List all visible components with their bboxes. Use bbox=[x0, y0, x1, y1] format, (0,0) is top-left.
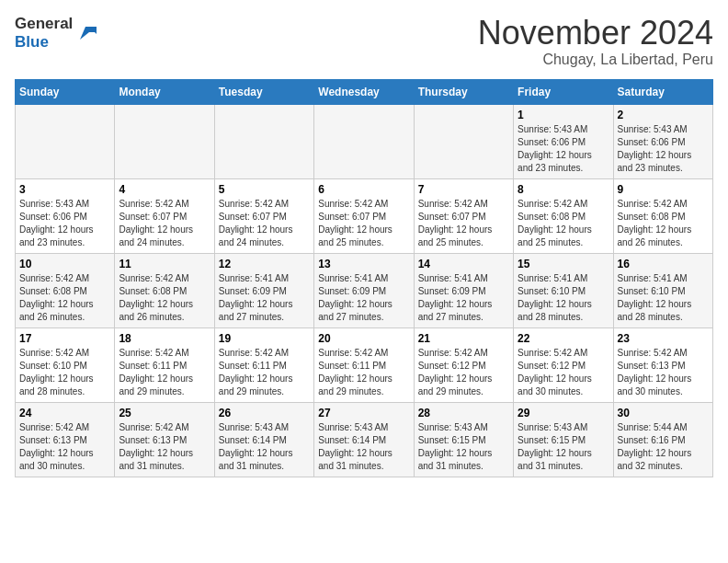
calendar-title: November 2024 bbox=[478, 15, 713, 52]
day-number: 1 bbox=[518, 109, 609, 121]
day-info: Sunrise: 5:42 AM Sunset: 6:08 PM Dayligh… bbox=[119, 272, 210, 324]
calendar-cell bbox=[115, 104, 214, 178]
calendar-cell: 25Sunrise: 5:42 AM Sunset: 6:13 PM Dayli… bbox=[115, 402, 214, 477]
day-info: Sunrise: 5:42 AM Sunset: 6:10 PM Dayligh… bbox=[19, 347, 110, 398]
day-info: Sunrise: 5:43 AM Sunset: 6:15 PM Dayligh… bbox=[518, 421, 609, 473]
day-number: 10 bbox=[19, 258, 110, 270]
calendar-cell: 24Sunrise: 5:42 AM Sunset: 6:13 PM Dayli… bbox=[16, 402, 115, 477]
weekday-header-row: SundayMondayTuesdayWednesdayThursdayFrid… bbox=[16, 79, 713, 104]
day-number: 8 bbox=[518, 183, 609, 196]
calendar-week-row: 24Sunrise: 5:42 AM Sunset: 6:13 PM Dayli… bbox=[16, 402, 713, 477]
calendar-cell: 27Sunrise: 5:43 AM Sunset: 6:14 PM Dayli… bbox=[314, 402, 414, 477]
day-number: 18 bbox=[119, 332, 210, 345]
calendar-cell: 28Sunrise: 5:43 AM Sunset: 6:15 PM Dayli… bbox=[414, 402, 513, 477]
calendar-cell: 3Sunrise: 5:43 AM Sunset: 6:06 PM Daylig… bbox=[16, 178, 115, 253]
calendar-cell: 23Sunrise: 5:42 AM Sunset: 6:13 PM Dayli… bbox=[613, 327, 712, 402]
calendar-cell: 18Sunrise: 5:42 AM Sunset: 6:11 PM Dayli… bbox=[115, 327, 214, 402]
day-info: Sunrise: 5:42 AM Sunset: 6:07 PM Dayligh… bbox=[219, 198, 310, 249]
day-number: 25 bbox=[119, 407, 210, 419]
logo: General Blue bbox=[15, 15, 97, 51]
calendar-cell: 8Sunrise: 5:42 AM Sunset: 6:08 PM Daylig… bbox=[514, 178, 613, 253]
day-info: Sunrise: 5:42 AM Sunset: 6:13 PM Dayligh… bbox=[618, 347, 709, 398]
day-number: 27 bbox=[318, 407, 409, 419]
calendar-cell: 1Sunrise: 5:43 AM Sunset: 6:06 PM Daylig… bbox=[514, 104, 613, 178]
day-info: Sunrise: 5:43 AM Sunset: 6:06 PM Dayligh… bbox=[518, 123, 609, 175]
day-info: Sunrise: 5:41 AM Sunset: 6:09 PM Dayligh… bbox=[318, 272, 409, 324]
day-info: Sunrise: 5:42 AM Sunset: 6:07 PM Dayligh… bbox=[318, 198, 409, 249]
calendar-cell bbox=[16, 104, 115, 178]
weekday-header: Sunday bbox=[16, 79, 115, 104]
day-number: 7 bbox=[418, 183, 509, 196]
day-number: 26 bbox=[219, 407, 310, 419]
day-info: Sunrise: 5:42 AM Sunset: 6:08 PM Dayligh… bbox=[518, 198, 609, 249]
logo-text: General Blue bbox=[15, 15, 73, 51]
day-number: 3 bbox=[19, 183, 110, 196]
calendar-cell: 16Sunrise: 5:41 AM Sunset: 6:10 PM Dayli… bbox=[613, 253, 712, 327]
day-number: 11 bbox=[119, 258, 210, 270]
day-number: 17 bbox=[19, 332, 110, 345]
calendar-cell: 30Sunrise: 5:44 AM Sunset: 6:16 PM Dayli… bbox=[613, 402, 712, 477]
day-number: 21 bbox=[418, 332, 509, 345]
calendar-cell: 11Sunrise: 5:42 AM Sunset: 6:08 PM Dayli… bbox=[115, 253, 214, 327]
day-number: 22 bbox=[518, 332, 609, 345]
day-info: Sunrise: 5:42 AM Sunset: 6:07 PM Dayligh… bbox=[418, 198, 509, 249]
calendar-cell bbox=[414, 104, 513, 178]
day-number: 19 bbox=[219, 332, 310, 345]
day-info: Sunrise: 5:42 AM Sunset: 6:11 PM Dayligh… bbox=[219, 347, 310, 398]
day-number: 9 bbox=[618, 183, 709, 196]
calendar-week-row: 1Sunrise: 5:43 AM Sunset: 6:06 PM Daylig… bbox=[16, 104, 713, 178]
day-info: Sunrise: 5:42 AM Sunset: 6:12 PM Dayligh… bbox=[518, 347, 609, 398]
calendar-cell: 17Sunrise: 5:42 AM Sunset: 6:10 PM Dayli… bbox=[16, 327, 115, 402]
calendar-cell: 21Sunrise: 5:42 AM Sunset: 6:12 PM Dayli… bbox=[414, 327, 513, 402]
calendar-cell: 7Sunrise: 5:42 AM Sunset: 6:07 PM Daylig… bbox=[414, 178, 513, 253]
calendar-cell: 13Sunrise: 5:41 AM Sunset: 6:09 PM Dayli… bbox=[314, 253, 414, 327]
calendar-cell bbox=[214, 104, 313, 178]
weekday-header: Wednesday bbox=[314, 79, 414, 104]
weekday-header: Saturday bbox=[613, 79, 712, 104]
day-number: 2 bbox=[618, 109, 709, 121]
calendar-cell: 14Sunrise: 5:41 AM Sunset: 6:09 PM Dayli… bbox=[414, 253, 513, 327]
day-info: Sunrise: 5:42 AM Sunset: 6:13 PM Dayligh… bbox=[19, 421, 110, 473]
day-info: Sunrise: 5:42 AM Sunset: 6:13 PM Dayligh… bbox=[119, 421, 210, 473]
day-number: 13 bbox=[318, 258, 409, 270]
calendar-cell bbox=[314, 104, 414, 178]
calendar-cell: 29Sunrise: 5:43 AM Sunset: 6:15 PM Dayli… bbox=[514, 402, 613, 477]
calendar-week-row: 10Sunrise: 5:42 AM Sunset: 6:08 PM Dayli… bbox=[16, 253, 713, 327]
day-info: Sunrise: 5:43 AM Sunset: 6:06 PM Dayligh… bbox=[618, 123, 709, 175]
day-number: 15 bbox=[518, 258, 609, 270]
day-number: 12 bbox=[219, 258, 310, 270]
day-number: 23 bbox=[618, 332, 709, 345]
day-info: Sunrise: 5:42 AM Sunset: 6:07 PM Dayligh… bbox=[119, 198, 210, 249]
day-number: 30 bbox=[618, 407, 709, 419]
calendar-subtitle: Chugay, La Libertad, Peru bbox=[478, 52, 713, 68]
day-info: Sunrise: 5:43 AM Sunset: 6:15 PM Dayligh… bbox=[418, 421, 509, 473]
calendar-cell: 19Sunrise: 5:42 AM Sunset: 6:11 PM Dayli… bbox=[214, 327, 313, 402]
day-info: Sunrise: 5:42 AM Sunset: 6:12 PM Dayligh… bbox=[418, 347, 509, 398]
day-info: Sunrise: 5:44 AM Sunset: 6:16 PM Dayligh… bbox=[618, 421, 709, 473]
day-info: Sunrise: 5:42 AM Sunset: 6:11 PM Dayligh… bbox=[318, 347, 409, 398]
weekday-header: Monday bbox=[115, 79, 214, 104]
calendar-cell: 15Sunrise: 5:41 AM Sunset: 6:10 PM Dayli… bbox=[514, 253, 613, 327]
page-header: General Blue November 2024 Chugay, La Li… bbox=[15, 15, 713, 68]
day-number: 14 bbox=[418, 258, 509, 270]
day-number: 16 bbox=[618, 258, 709, 270]
calendar-cell: 4Sunrise: 5:42 AM Sunset: 6:07 PM Daylig… bbox=[115, 178, 214, 253]
calendar-cell: 5Sunrise: 5:42 AM Sunset: 6:07 PM Daylig… bbox=[214, 178, 313, 253]
weekday-header: Thursday bbox=[414, 79, 513, 104]
weekday-header: Tuesday bbox=[214, 79, 313, 104]
calendar-table: SundayMondayTuesdayWednesdayThursdayFrid… bbox=[15, 79, 713, 477]
calendar-cell: 2Sunrise: 5:43 AM Sunset: 6:06 PM Daylig… bbox=[613, 104, 712, 178]
day-number: 5 bbox=[219, 183, 310, 196]
day-number: 24 bbox=[19, 407, 110, 419]
day-info: Sunrise: 5:41 AM Sunset: 6:09 PM Dayligh… bbox=[219, 272, 310, 324]
calendar-cell: 10Sunrise: 5:42 AM Sunset: 6:08 PM Dayli… bbox=[16, 253, 115, 327]
day-info: Sunrise: 5:42 AM Sunset: 6:08 PM Dayligh… bbox=[618, 198, 709, 249]
calendar-week-row: 17Sunrise: 5:42 AM Sunset: 6:10 PM Dayli… bbox=[16, 327, 713, 402]
calendar-cell: 6Sunrise: 5:42 AM Sunset: 6:07 PM Daylig… bbox=[314, 178, 414, 253]
title-block: November 2024 Chugay, La Libertad, Peru bbox=[478, 15, 713, 68]
day-info: Sunrise: 5:41 AM Sunset: 6:10 PM Dayligh… bbox=[618, 272, 709, 324]
calendar-cell: 12Sunrise: 5:41 AM Sunset: 6:09 PM Dayli… bbox=[214, 253, 313, 327]
day-number: 6 bbox=[318, 183, 409, 196]
day-info: Sunrise: 5:41 AM Sunset: 6:10 PM Dayligh… bbox=[518, 272, 609, 324]
day-number: 4 bbox=[119, 183, 210, 196]
